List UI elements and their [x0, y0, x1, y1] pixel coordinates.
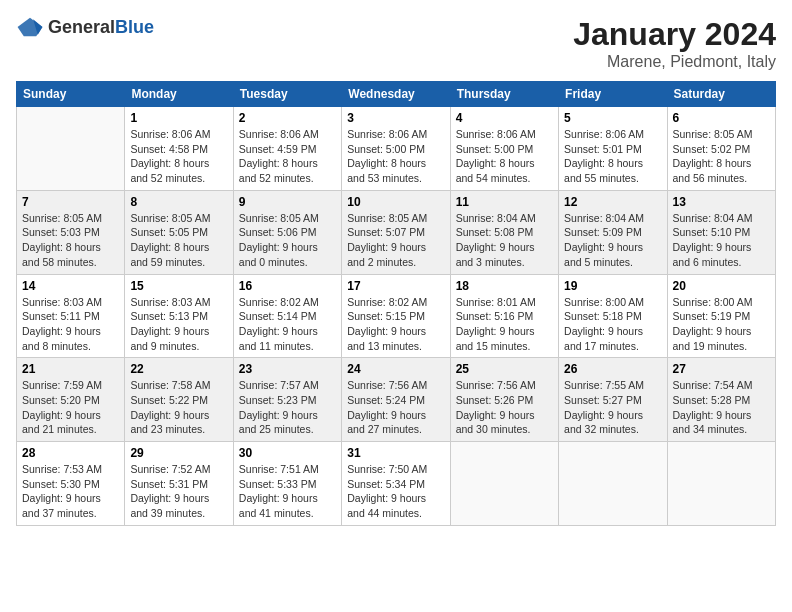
table-row: 31 Sunrise: 7:50 AMSunset: 5:34 PMDaylig… — [342, 442, 450, 526]
day-info: Sunrise: 8:05 AMSunset: 5:06 PMDaylight:… — [239, 211, 336, 270]
day-number: 30 — [239, 446, 336, 460]
day-number: 28 — [22, 446, 119, 460]
day-number: 21 — [22, 362, 119, 376]
day-number: 6 — [673, 111, 770, 125]
table-row: 28 Sunrise: 7:53 AMSunset: 5:30 PMDaylig… — [17, 442, 125, 526]
day-info: Sunrise: 7:56 AMSunset: 5:24 PMDaylight:… — [347, 378, 444, 437]
table-row: 11 Sunrise: 8:04 AMSunset: 5:08 PMDaylig… — [450, 190, 558, 274]
day-number: 25 — [456, 362, 553, 376]
day-info: Sunrise: 8:02 AMSunset: 5:15 PMDaylight:… — [347, 295, 444, 354]
table-row: 8 Sunrise: 8:05 AMSunset: 5:05 PMDayligh… — [125, 190, 233, 274]
generalblue-logo-icon — [16, 16, 44, 38]
table-row: 22 Sunrise: 7:58 AMSunset: 5:22 PMDaylig… — [125, 358, 233, 442]
table-row — [559, 442, 667, 526]
table-row: 5 Sunrise: 8:06 AMSunset: 5:01 PMDayligh… — [559, 107, 667, 191]
day-number: 7 — [22, 195, 119, 209]
day-number: 2 — [239, 111, 336, 125]
table-row: 10 Sunrise: 8:05 AMSunset: 5:07 PMDaylig… — [342, 190, 450, 274]
header-sunday: Sunday — [17, 82, 125, 107]
table-row: 19 Sunrise: 8:00 AMSunset: 5:18 PMDaylig… — [559, 274, 667, 358]
day-info: Sunrise: 7:51 AMSunset: 5:33 PMDaylight:… — [239, 462, 336, 521]
table-row: 7 Sunrise: 8:05 AMSunset: 5:03 PMDayligh… — [17, 190, 125, 274]
day-number: 19 — [564, 279, 661, 293]
day-number: 10 — [347, 195, 444, 209]
day-info: Sunrise: 7:59 AMSunset: 5:20 PMDaylight:… — [22, 378, 119, 437]
day-info: Sunrise: 8:00 AMSunset: 5:18 PMDaylight:… — [564, 295, 661, 354]
day-number: 12 — [564, 195, 661, 209]
table-row: 24 Sunrise: 7:56 AMSunset: 5:24 PMDaylig… — [342, 358, 450, 442]
day-info: Sunrise: 8:05 AMSunset: 5:05 PMDaylight:… — [130, 211, 227, 270]
day-number: 23 — [239, 362, 336, 376]
day-info: Sunrise: 8:06 AMSunset: 5:01 PMDaylight:… — [564, 127, 661, 186]
table-row: 25 Sunrise: 7:56 AMSunset: 5:26 PMDaylig… — [450, 358, 558, 442]
table-row: 29 Sunrise: 7:52 AMSunset: 5:31 PMDaylig… — [125, 442, 233, 526]
day-info: Sunrise: 8:05 AMSunset: 5:07 PMDaylight:… — [347, 211, 444, 270]
calendar-week-row: 28 Sunrise: 7:53 AMSunset: 5:30 PMDaylig… — [17, 442, 776, 526]
day-info: Sunrise: 7:56 AMSunset: 5:26 PMDaylight:… — [456, 378, 553, 437]
day-number: 3 — [347, 111, 444, 125]
day-info: Sunrise: 8:00 AMSunset: 5:19 PMDaylight:… — [673, 295, 770, 354]
table-row: 1 Sunrise: 8:06 AMSunset: 4:58 PMDayligh… — [125, 107, 233, 191]
day-number: 4 — [456, 111, 553, 125]
header-monday: Monday — [125, 82, 233, 107]
header-friday: Friday — [559, 82, 667, 107]
month-title: January 2024 — [573, 16, 776, 53]
calendar-week-row: 1 Sunrise: 8:06 AMSunset: 4:58 PMDayligh… — [17, 107, 776, 191]
day-info: Sunrise: 7:58 AMSunset: 5:22 PMDaylight:… — [130, 378, 227, 437]
logo-text: GeneralBlue — [48, 17, 154, 38]
day-number: 29 — [130, 446, 227, 460]
day-info: Sunrise: 8:05 AMSunset: 5:02 PMDaylight:… — [673, 127, 770, 186]
day-info: Sunrise: 7:50 AMSunset: 5:34 PMDaylight:… — [347, 462, 444, 521]
calendar-header-row: Sunday Monday Tuesday Wednesday Thursday… — [17, 82, 776, 107]
day-info: Sunrise: 8:06 AMSunset: 5:00 PMDaylight:… — [347, 127, 444, 186]
table-row: 6 Sunrise: 8:05 AMSunset: 5:02 PMDayligh… — [667, 107, 775, 191]
day-number: 5 — [564, 111, 661, 125]
logo-blue: Blue — [115, 17, 154, 37]
table-row: 30 Sunrise: 7:51 AMSunset: 5:33 PMDaylig… — [233, 442, 341, 526]
day-info: Sunrise: 8:06 AMSunset: 5:00 PMDaylight:… — [456, 127, 553, 186]
table-row: 17 Sunrise: 8:02 AMSunset: 5:15 PMDaylig… — [342, 274, 450, 358]
day-number: 17 — [347, 279, 444, 293]
header-wednesday: Wednesday — [342, 82, 450, 107]
day-info: Sunrise: 8:02 AMSunset: 5:14 PMDaylight:… — [239, 295, 336, 354]
table-row — [17, 107, 125, 191]
calendar-week-row: 21 Sunrise: 7:59 AMSunset: 5:20 PMDaylig… — [17, 358, 776, 442]
day-number: 20 — [673, 279, 770, 293]
day-number: 8 — [130, 195, 227, 209]
day-info: Sunrise: 8:04 AMSunset: 5:09 PMDaylight:… — [564, 211, 661, 270]
day-info: Sunrise: 8:06 AMSunset: 4:59 PMDaylight:… — [239, 127, 336, 186]
day-info: Sunrise: 7:52 AMSunset: 5:31 PMDaylight:… — [130, 462, 227, 521]
table-row: 20 Sunrise: 8:00 AMSunset: 5:19 PMDaylig… — [667, 274, 775, 358]
table-row: 27 Sunrise: 7:54 AMSunset: 5:28 PMDaylig… — [667, 358, 775, 442]
table-row: 4 Sunrise: 8:06 AMSunset: 5:00 PMDayligh… — [450, 107, 558, 191]
table-row: 26 Sunrise: 7:55 AMSunset: 5:27 PMDaylig… — [559, 358, 667, 442]
table-row: 21 Sunrise: 7:59 AMSunset: 5:20 PMDaylig… — [17, 358, 125, 442]
header-tuesday: Tuesday — [233, 82, 341, 107]
header-saturday: Saturday — [667, 82, 775, 107]
table-row: 23 Sunrise: 7:57 AMSunset: 5:23 PMDaylig… — [233, 358, 341, 442]
day-info: Sunrise: 8:04 AMSunset: 5:08 PMDaylight:… — [456, 211, 553, 270]
logo-general: General — [48, 17, 115, 37]
page-header: GeneralBlue January 2024 Marene, Piedmon… — [16, 16, 776, 71]
day-number: 14 — [22, 279, 119, 293]
day-info: Sunrise: 8:04 AMSunset: 5:10 PMDaylight:… — [673, 211, 770, 270]
table-row: 2 Sunrise: 8:06 AMSunset: 4:59 PMDayligh… — [233, 107, 341, 191]
location-title: Marene, Piedmont, Italy — [573, 53, 776, 71]
table-row: 13 Sunrise: 8:04 AMSunset: 5:10 PMDaylig… — [667, 190, 775, 274]
day-number: 27 — [673, 362, 770, 376]
table-row: 18 Sunrise: 8:01 AMSunset: 5:16 PMDaylig… — [450, 274, 558, 358]
day-number: 18 — [456, 279, 553, 293]
day-number: 31 — [347, 446, 444, 460]
calendar-week-row: 7 Sunrise: 8:05 AMSunset: 5:03 PMDayligh… — [17, 190, 776, 274]
day-number: 26 — [564, 362, 661, 376]
calendar-week-row: 14 Sunrise: 8:03 AMSunset: 5:11 PMDaylig… — [17, 274, 776, 358]
day-number: 9 — [239, 195, 336, 209]
table-row: 3 Sunrise: 8:06 AMSunset: 5:00 PMDayligh… — [342, 107, 450, 191]
table-row — [450, 442, 558, 526]
day-info: Sunrise: 7:53 AMSunset: 5:30 PMDaylight:… — [22, 462, 119, 521]
day-number: 22 — [130, 362, 227, 376]
day-number: 13 — [673, 195, 770, 209]
table-row: 9 Sunrise: 8:05 AMSunset: 5:06 PMDayligh… — [233, 190, 341, 274]
table-row: 16 Sunrise: 8:02 AMSunset: 5:14 PMDaylig… — [233, 274, 341, 358]
table-row — [667, 442, 775, 526]
